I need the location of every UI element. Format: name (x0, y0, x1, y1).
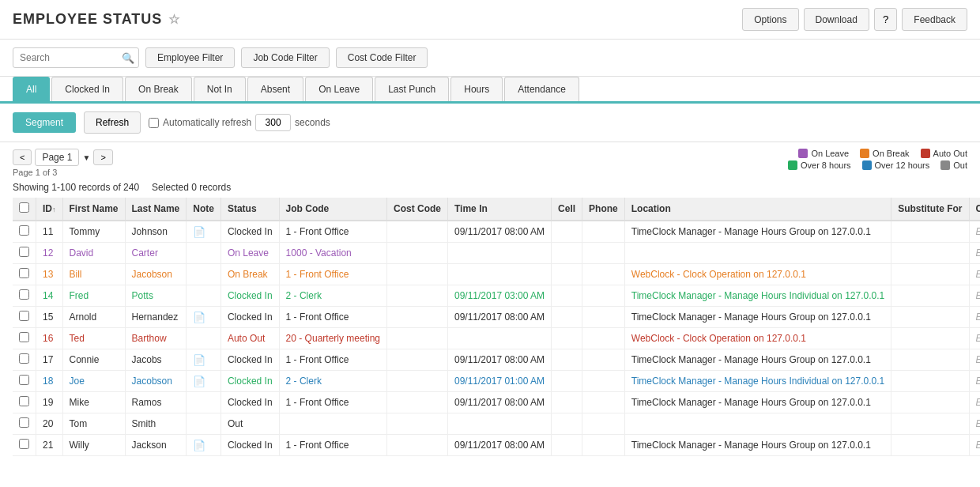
row-phone (582, 349, 625, 371)
row-call-note[interactable]: Enter note (969, 349, 980, 371)
row-call-note[interactable]: Enter note (969, 435, 980, 456)
help-button[interactable]: ? (874, 8, 897, 31)
tab-last-punch[interactable]: Last Punch (375, 77, 449, 101)
row-checkbox[interactable] (19, 417, 29, 428)
tab-on-leave[interactable]: On Leave (305, 77, 373, 101)
row-call-note[interactable]: Enter note (969, 371, 980, 392)
row-checkbox[interactable] (19, 332, 29, 342)
row-first-name: Bill (62, 264, 125, 285)
row-id: 11 (36, 221, 63, 243)
auto-refresh-label: Automatically refresh seconds (149, 114, 330, 131)
header-buttons: Options Download ? Feedback (742, 8, 967, 31)
col-substitute-for[interactable]: Substitute For (891, 198, 969, 221)
col-last-name[interactable]: Last Name (125, 198, 187, 221)
row-first-name: David (62, 243, 125, 264)
table-row: 19 Mike Ramos Clocked In 1 - Front Offic… (13, 392, 980, 413)
select-all-checkbox[interactable] (19, 202, 29, 213)
row-call-note[interactable]: Enter note (969, 413, 980, 435)
col-id[interactable]: ID↑ (36, 198, 63, 221)
row-checkbox-cell (13, 285, 36, 307)
tab-attendance[interactable]: Attendance (504, 77, 579, 101)
row-call-note[interactable]: Enter note (969, 221, 980, 243)
search-input[interactable] (13, 47, 139, 68)
col-job-code[interactable]: Job Code (279, 198, 386, 221)
next-page-button[interactable]: > (93, 149, 112, 165)
row-job-code: 1 - Front Office (279, 435, 386, 456)
col-location[interactable]: Location (624, 198, 891, 221)
row-checkbox[interactable] (19, 439, 29, 449)
row-checkbox[interactable] (19, 268, 29, 278)
row-cell (552, 435, 582, 456)
out-label: Out (953, 160, 967, 170)
employee-filter-button[interactable]: Employee Filter (145, 47, 235, 68)
tab-on-break[interactable]: On Break (125, 77, 192, 101)
feedback-button[interactable]: Feedback (902, 8, 967, 31)
row-checkbox[interactable] (19, 289, 29, 300)
row-checkbox[interactable] (19, 311, 29, 321)
row-first-name: Ted (62, 328, 125, 349)
tab-all[interactable]: All (13, 77, 50, 101)
row-time-in: 09/11/2017 08:00 AM (448, 392, 552, 413)
col-phone[interactable]: Phone (582, 198, 625, 221)
col-call-note[interactable]: Call Note (969, 198, 980, 221)
col-cost-code[interactable]: Cost Code (387, 198, 448, 221)
row-cell (552, 285, 582, 307)
row-last-name: Johnson (125, 221, 187, 243)
row-first-name: Tommy (62, 221, 125, 243)
col-first-name[interactable]: First Name (62, 198, 125, 221)
row-call-note[interactable]: Enter note (969, 328, 980, 349)
seconds-input[interactable] (255, 114, 291, 131)
tab-absent[interactable]: Absent (247, 77, 303, 101)
job-code-filter-button[interactable]: Job Code Filter (241, 47, 329, 68)
row-checkbox[interactable] (19, 396, 29, 406)
segment-button[interactable]: Segment (13, 112, 76, 133)
row-substitute-for (891, 264, 969, 285)
col-note: Note (187, 198, 221, 221)
row-cost-code (387, 285, 448, 307)
legend-row-2: Over 8 hours Over 12 hours Out (788, 160, 967, 170)
row-cell (552, 243, 582, 264)
tab-hours[interactable]: Hours (450, 77, 503, 101)
prev-page-button[interactable]: < (13, 149, 32, 165)
favorite-icon[interactable]: ☆ (168, 12, 180, 27)
row-cell (552, 371, 582, 392)
options-button[interactable]: Options (742, 8, 798, 31)
row-time-in: 09/11/2017 01:00 AM (448, 371, 552, 392)
auto-refresh-checkbox[interactable] (149, 118, 159, 128)
legend-row-1: On Leave On Break Auto Out (798, 149, 967, 158)
seconds-label: seconds (295, 117, 330, 128)
row-call-note[interactable]: Enter note (969, 285, 980, 307)
page-dropdown-icon[interactable]: ▼ (82, 153, 90, 162)
refresh-button[interactable]: Refresh (84, 111, 141, 134)
row-call-note[interactable]: Enter note (969, 243, 980, 264)
tab-clocked-in[interactable]: Clocked In (51, 77, 123, 101)
row-call-note[interactable]: Enter note (969, 392, 980, 413)
on-leave-label: On Leave (811, 149, 849, 158)
row-id: 17 (36, 349, 63, 371)
on-leave-dot (798, 149, 808, 158)
download-button[interactable]: Download (804, 8, 869, 31)
col-cell[interactable]: Cell (552, 198, 582, 221)
page-label: Page 1 (35, 149, 79, 166)
row-call-note[interactable]: Enter note (969, 264, 980, 285)
col-status[interactable]: Status (220, 198, 279, 221)
row-status: Clocked In (220, 435, 279, 456)
row-checkbox-cell (13, 435, 36, 456)
row-time-in: 09/11/2017 08:00 AM (448, 307, 552, 328)
col-time-in[interactable]: Time In (448, 198, 552, 221)
row-call-note[interactable]: Enter note (969, 307, 980, 328)
tab-not-in[interactable]: Not In (194, 77, 246, 101)
row-time-in: 09/11/2017 08:00 AM (448, 435, 552, 456)
row-last-name: Hernandez (125, 307, 187, 328)
row-checkbox[interactable] (19, 247, 29, 257)
table-row: 15 Arnold Hernandez 📄 Clocked In 1 - Fro… (13, 307, 980, 328)
row-time-in: 09/11/2017 08:00 AM (448, 221, 552, 243)
row-checkbox[interactable] (19, 353, 29, 364)
cost-code-filter-button[interactable]: Cost Code Filter (336, 47, 428, 68)
row-checkbox[interactable] (19, 375, 29, 385)
row-last-name: Potts (125, 285, 187, 307)
row-checkbox-cell (13, 264, 36, 285)
row-checkbox[interactable] (19, 225, 29, 236)
row-location: TimeClock Manager - Manage Hours Group o… (624, 221, 891, 243)
search-icon-button[interactable]: 🔍 (122, 52, 134, 64)
